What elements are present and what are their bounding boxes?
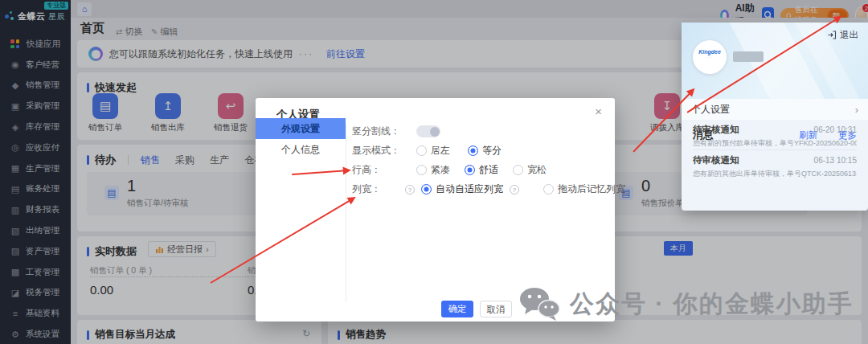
confirm-button[interactable]: 确定 <box>441 301 473 317</box>
row-height-label: 行高： <box>352 163 410 177</box>
row-height-row: 行高： 紧凑 舒适 宽松 <box>352 163 547 177</box>
vertical-divider-row: 竖分割线： <box>352 125 440 138</box>
vertical-divider-toggle[interactable] <box>416 125 440 137</box>
message-item[interactable]: 待审核通知06-13 10:15 您有新的其他出库单待审核，单号QTCK-202… <box>693 154 857 179</box>
close-icon[interactable]: × <box>595 104 602 118</box>
vertical-divider-label: 竖分割线： <box>352 125 410 138</box>
user-name-redacted <box>733 51 764 62</box>
radio-comfortable[interactable]: 舒适 <box>465 163 498 177</box>
radio-compact[interactable]: 紧凑 <box>416 163 450 177</box>
wechat-icon <box>518 286 560 321</box>
divider <box>693 149 857 150</box>
display-mode-label: 显示模式： <box>352 144 410 158</box>
display-mode-row: 显示模式： 居左 等分 <box>352 144 502 158</box>
radio-loose[interactable]: 宽松 <box>513 163 547 177</box>
personal-settings-entry[interactable]: 个人设置 › <box>682 99 868 120</box>
column-width-row: 列宽： ? 自动自适应列宽 ? 拖动后记忆列宽 <box>352 182 625 196</box>
user-dropdown-panel: 退出 Kingdee ·:· 个人设置 › 消息 刷新 更多 待审核通知06-2… <box>682 23 868 211</box>
app-screen: 金蝶云 星辰 专业版 快捷应用 ◉客户经营 ◆销售管理 ▣采购管理 ◈库存管理 … <box>0 0 868 344</box>
radio-remember-drag-width[interactable]: 拖动后记忆列宽 <box>543 182 625 196</box>
tab-personal-info[interactable]: 个人信息 <box>256 139 346 160</box>
divider <box>346 124 346 302</box>
user-panel-banner: 退出 Kingdee ·:· <box>682 23 868 99</box>
help-icon[interactable]: ? <box>510 185 519 195</box>
radio-auto-fit-width[interactable]: 自动自适应列宽 <box>421 182 503 196</box>
message-item[interactable]: 待审核通知06-20 10:31 您有新的预付款单待审核，单号YFKD-2025… <box>693 124 857 149</box>
tab-appearance-settings[interactable]: 外观设置 <box>256 118 346 139</box>
help-icon[interactable]: ? <box>405 185 415 195</box>
watermark-text: 公众号 · 你的金蝶小助手 <box>570 288 854 321</box>
watermark: 公众号 · 你的金蝶小助手 <box>518 286 854 321</box>
radio-align-left[interactable]: 居左 <box>416 144 450 158</box>
kingdee-avatar[interactable]: Kingdee ·:· <box>693 40 727 74</box>
column-width-label: 列宽： <box>352 182 410 196</box>
cancel-button[interactable]: 取消 <box>480 301 512 317</box>
radio-equal-split[interactable]: 等分 <box>468 144 502 158</box>
chevron-right-icon: › <box>855 104 858 116</box>
logout-button[interactable]: 退出 <box>828 29 858 41</box>
logout-icon <box>828 31 837 39</box>
